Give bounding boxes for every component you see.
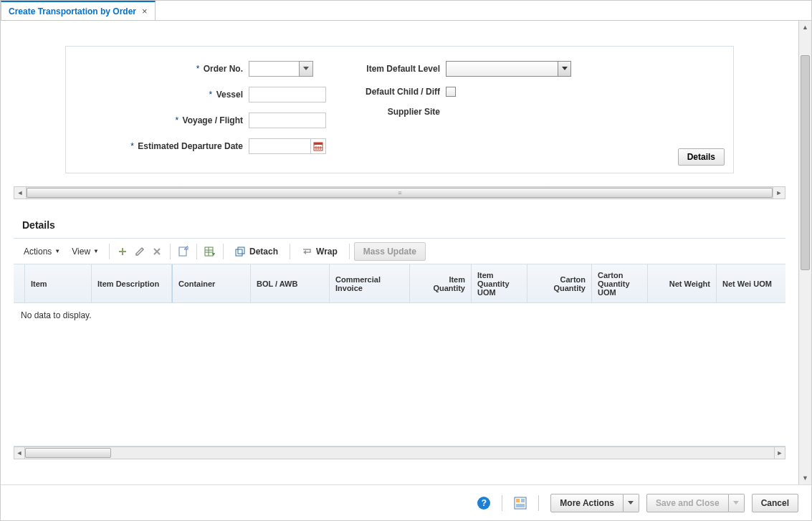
col-carton-quantity[interactable]: Carton Quantity	[527, 264, 592, 302]
grid-body: No data to display.	[14, 303, 785, 446]
svg-rect-2	[314, 143, 323, 145]
save-and-close-button: Save and Close	[646, 494, 729, 512]
horizontal-scrollbar-top[interactable]: ◄ ≡ ►	[14, 186, 785, 199]
col-net-weight[interactable]: Net Weight	[648, 264, 717, 302]
vessel-input[interactable]	[249, 87, 326, 102]
more-actions-dropdown[interactable]	[624, 494, 639, 512]
scroll-left-icon[interactable]: ◄	[14, 189, 26, 196]
estimated-departure-date-picker[interactable]	[249, 138, 326, 154]
svg-rect-23	[521, 499, 525, 502]
chevron-down-icon[interactable]	[558, 62, 570, 76]
export-icon[interactable]	[175, 243, 192, 260]
wrap-icon	[302, 247, 312, 257]
svg-rect-22	[516, 499, 520, 502]
supplier-site-label: Supplier Site	[331, 107, 446, 117]
more-actions-button[interactable]: More Actions	[550, 494, 624, 512]
scroll-track[interactable]	[799, 34, 811, 472]
chevron-down-icon[interactable]	[299, 61, 313, 77]
cancel-button[interactable]: Cancel	[752, 494, 798, 512]
order-no-label: * Order No.	[84, 64, 249, 74]
tab-bar: Create Transportation by Order ×	[1, 1, 811, 21]
voyage-flight-label: * Voyage / Flight	[84, 115, 249, 125]
layout-template-icon[interactable]	[514, 497, 527, 510]
col-bol-awb[interactable]: BOL / AWB	[251, 264, 330, 302]
vertical-scrollbar[interactable]: ▲ ▼	[798, 21, 811, 484]
details-table: Actions▼ View▼ Detach	[14, 238, 785, 459]
close-icon[interactable]: ×	[142, 6, 148, 16]
detach-icon	[235, 247, 245, 257]
horizontal-scrollbar-grid[interactable]: ◄ ►	[14, 446, 785, 459]
header-form-panel: * Order No. * Vessel	[65, 46, 734, 173]
edit-icon[interactable]	[131, 243, 148, 260]
tab-label: Create Transportation by Order	[9, 6, 136, 16]
col-item-quantity[interactable]: Item Quantity	[410, 264, 472, 302]
svg-rect-24	[516, 504, 525, 507]
col-item-description[interactable]: Item Description	[92, 264, 172, 302]
row-selector-header	[14, 264, 25, 302]
estimated-departure-date-label: * Estimated Departure Date	[84, 141, 249, 151]
item-default-level-label: Item Default Level	[331, 64, 446, 74]
col-net-weight-uom[interactable]: Net Wei UOM	[717, 264, 785, 302]
svg-marker-26	[733, 501, 739, 505]
grid-header: Item Item Description Container BOL / AW…	[14, 264, 785, 303]
voyage-flight-input[interactable]	[249, 113, 326, 128]
svg-marker-20	[303, 250, 306, 254]
section-title-details: Details	[22, 219, 798, 231]
order-no-input[interactable]	[249, 61, 299, 77]
col-item-quantity-uom[interactable]: Item Quantity UOM	[472, 264, 527, 302]
svg-rect-18	[236, 249, 242, 256]
export-excel-icon[interactable]	[201, 243, 219, 260]
estimated-departure-date-input[interactable]	[249, 138, 310, 154]
scroll-down-icon[interactable]: ▼	[799, 472, 811, 484]
svg-marker-25	[628, 501, 634, 505]
view-menu[interactable]: View▼	[66, 242, 105, 261]
delete-icon[interactable]	[148, 243, 166, 260]
col-container[interactable]: Container	[172, 264, 251, 302]
default-child-diff-label: Default Child / Diff	[331, 87, 446, 97]
scroll-track[interactable]	[25, 446, 774, 459]
table-toolbar: Actions▼ View▼ Detach	[14, 239, 785, 264]
mass-update-button: Mass Update	[354, 242, 426, 261]
details-button[interactable]: Details	[678, 148, 725, 166]
col-item[interactable]: Item	[25, 264, 92, 302]
save-and-close-dropdown	[729, 494, 745, 512]
item-default-level-select[interactable]	[446, 61, 571, 77]
svg-rect-19	[238, 247, 244, 254]
detach-button[interactable]: Detach	[228, 242, 285, 261]
tab-create-transportation[interactable]: Create Transportation by Order ×	[1, 1, 156, 20]
col-commercial-invoice[interactable]: Commercial Invoice	[330, 264, 410, 302]
wrap-button[interactable]: Wrap	[295, 242, 345, 261]
order-no-combobox[interactable]	[249, 61, 313, 77]
footer-bar: ? More Actions Save and Close Cancel	[1, 484, 811, 520]
add-icon[interactable]	[114, 243, 131, 260]
actions-menu[interactable]: Actions▼	[18, 242, 66, 261]
more-actions-splitbutton[interactable]: More Actions	[550, 494, 639, 512]
empty-message: No data to display.	[21, 310, 92, 320]
svg-marker-0	[303, 67, 309, 70]
help-icon[interactable]: ?	[477, 497, 490, 510]
col-carton-quantity-uom[interactable]: Carton Quantity UOM	[592, 264, 648, 302]
scroll-track[interactable]: ≡	[26, 187, 773, 199]
save-and-close-splitbutton: Save and Close	[646, 494, 745, 512]
calendar-icon[interactable]	[310, 138, 326, 154]
scroll-right-icon[interactable]: ►	[774, 446, 785, 459]
scroll-up-icon[interactable]: ▲	[799, 21, 811, 34]
scroll-right-icon[interactable]: ►	[773, 189, 785, 196]
svg-marker-7	[562, 67, 568, 70]
default-child-diff-checkbox[interactable]	[446, 87, 456, 97]
scroll-left-icon[interactable]: ◄	[14, 446, 25, 459]
vessel-label: * Vessel	[84, 90, 249, 100]
